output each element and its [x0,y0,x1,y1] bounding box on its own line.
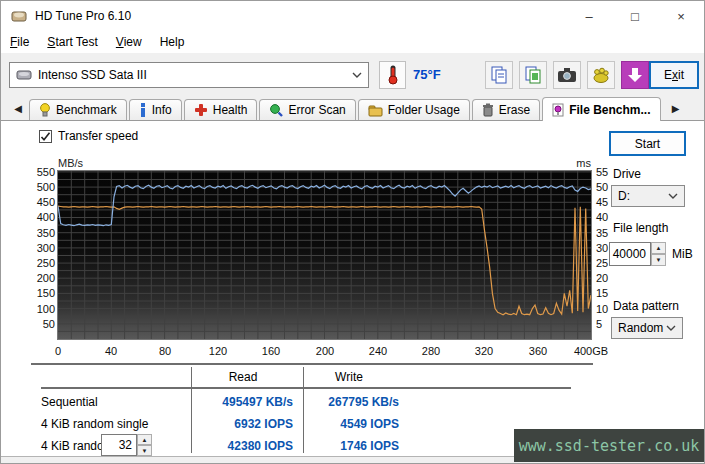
file-length-up-button[interactable]: ▲ [651,242,666,254]
tab-file-benchmark[interactable]: File Benchm... [542,97,660,121]
selected-drive-label: Intenso SSD Sata III [38,68,352,82]
tab-scroll-left[interactable]: ◀ [9,98,27,118]
data-pattern-dropdown[interactable]: Random [611,317,683,339]
temperature-value: 75°F [413,67,441,82]
sequential-read-value: 495497 KB/s [183,395,293,409]
left-axis-unit: MB/s [58,157,83,169]
file-length-down-button[interactable]: ▼ [651,254,666,266]
right-axis-unit: ms [561,157,591,169]
row-random-single-label: 4 KiB random single [41,417,148,431]
random-multi-write-value: 1746 IOPS [289,439,399,453]
random-multi-read-value: 42380 IOPS [183,439,293,453]
queue-depth-up-button[interactable]: ▲ [137,434,152,445]
row-sequential-label: Sequential [41,395,98,409]
menu-start-test[interactable]: Start Test [38,33,106,51]
copy-text-button[interactable] [485,61,513,89]
tab-folder-usage[interactable]: Folder Usage [358,99,470,120]
hand-coins-icon [592,66,610,84]
write-column-header: Write [335,370,363,384]
maximize-button[interactable]: □ [612,1,658,31]
temperature-button[interactable] [379,61,406,89]
donate-button[interactable] [587,61,615,89]
title-bar: HD Tune Pro 6.10 – □ × [1,1,704,31]
menu-view[interactable]: View [107,33,151,51]
transfer-speed-checkbox[interactable] [39,130,52,143]
tab-error-scan[interactable]: Error Scan [259,99,355,120]
camera-icon [557,67,577,83]
window-title: HD Tune Pro 6.10 [35,9,131,23]
screenshot-button[interactable] [553,61,581,89]
minimize-button[interactable]: – [566,1,612,31]
file-length-unit: MiB [672,247,693,261]
left-axis-ticks: 55050045040035030025020015010050 [23,171,55,339]
queue-depth-control: 32 ▲ ▼ [101,434,152,456]
chevron-down-icon [666,325,676,331]
random-single-write-value: 4549 IOPS [289,417,399,431]
x-axis-ticks: 04080120160200240280320360400GB [58,345,621,359]
watermark: www.ssd-tester.co.uk [514,429,704,462]
queue-depth-down-button[interactable]: ▼ [137,445,152,456]
table-header-rule [41,387,571,389]
app-disk-icon [11,8,27,24]
app-window: HD Tune Pro 6.10 – □ × FileStart TestVie… [0,0,705,464]
read-column-header: Read [229,370,258,384]
folder-icon [368,104,383,117]
file-benchmark-icon [552,103,564,117]
thermometer-icon [387,65,399,85]
sequential-write-value: 267795 KB/s [289,395,399,409]
magnifier-icon [269,103,283,117]
chevron-down-icon [668,193,678,199]
data-pattern-label: Data pattern [613,299,679,313]
toolbar: Intenso SSD Sata III 75°F [1,53,704,96]
table-top-rule [31,363,593,365]
file-length-control: 40000 ▲ ▼ MiB [609,242,693,266]
tab-erase[interactable]: Erase [472,99,540,120]
menu-help[interactable]: Help [151,33,194,51]
drive-selector[interactable]: Intenso SSD Sata III [9,62,369,88]
drive-label: Drive [613,167,641,181]
file-benchmark-page: Transfer speed MB/s ms 55050045040035030… [1,121,704,457]
random-single-read-value: 6932 IOPS [183,417,293,431]
trash-icon [482,103,494,117]
results-table: Read Write Sequential 495497 KB/s 267795… [31,363,593,457]
drive-dropdown[interactable]: D: [611,185,685,207]
tab-benchmark[interactable]: Benchmark [29,99,127,120]
health-cross-icon [194,103,208,117]
chevron-down-icon [352,72,362,78]
menu-bar: FileStart TestViewHelp [1,31,704,53]
menu-file[interactable]: File [1,33,38,51]
close-button[interactable]: × [658,1,704,31]
tab-info[interactable]: Info [129,99,182,120]
exit-button[interactable]: Exit [649,61,699,89]
queue-depth-input[interactable]: 32 [101,434,137,456]
disk-icon [16,69,32,81]
file-length-label: File length [613,221,668,235]
transfer-speed-checkbox-row: Transfer speed [39,129,138,143]
transfer-speed-label: Transfer speed [58,129,138,143]
copy-image-icon [524,66,542,84]
lightbulb-icon [39,103,51,117]
start-button[interactable]: Start [609,131,686,156]
tab-scroll-right[interactable]: ▶ [667,98,685,118]
save-results-button[interactable] [621,61,649,89]
tab-bar: ◀ Benchmark Info Health Error Scan Folde… [1,96,704,121]
benchmark-chart [57,170,592,340]
tab-health[interactable]: Health [184,99,258,120]
info-icon [139,103,147,117]
copy-icon [490,66,508,84]
download-arrow-icon [627,67,643,83]
copy-image-button[interactable] [519,61,547,89]
file-length-input[interactable]: 40000 [609,242,651,266]
check-icon [40,131,51,142]
